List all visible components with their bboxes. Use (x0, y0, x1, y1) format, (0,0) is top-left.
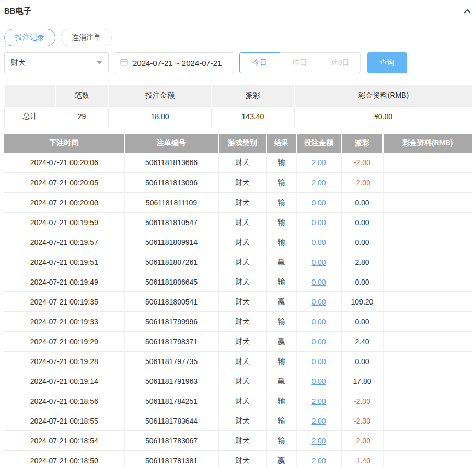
collapse-panel-button[interactable] (462, 7, 472, 16)
records-tbody: 2024-07-21 00:20:065061181813666财犬输2.00-… (4, 153, 472, 467)
table-row: 2024-07-21 00:19:285061181797735财犬输0.000… (4, 352, 472, 371)
cell-bonus (383, 352, 472, 371)
table-row: 2024-07-21 00:19:495061181806645财犬输0.000… (4, 272, 472, 292)
cell-bonus (383, 213, 472, 232)
search-button[interactable]: 查询 (367, 52, 407, 73)
cell-order-id: 5061181800541 (124, 292, 218, 312)
cell-result: 赢 (266, 252, 296, 272)
cell-result: 输 (266, 232, 296, 252)
cell-bet-amount: 2.00 (296, 411, 341, 431)
cell-bet-amount: 0.00 (296, 232, 341, 252)
cell-bet-amount: 2.00 (296, 153, 341, 173)
cell-bet-time: 2024-07-21 00:19:49 (4, 272, 124, 292)
bet-amount-link[interactable]: 0.00 (311, 337, 326, 346)
bet-amount-link[interactable]: 2.00 (311, 417, 326, 425)
cell-payout: 0.00 (341, 272, 383, 292)
cell-result: 赢 (266, 371, 296, 391)
cell-bonus (383, 312, 472, 332)
cell-result: 输 (266, 213, 296, 232)
bet-amount-link[interactable]: 0.00 (311, 218, 326, 227)
bet-amount-link[interactable]: 2.00 (311, 457, 326, 465)
cell-payout: 2.80 (341, 252, 383, 272)
table-row: 2024-07-21 00:19:335061181799996财犬输0.000… (4, 312, 472, 332)
cell-payout: 0.00 (341, 352, 383, 371)
cell-game-type: 财犬 (218, 153, 266, 173)
cell-order-id: 5061181813096 (124, 173, 218, 193)
filter-bar: 财犬 2024-07-21 ~ 2024-07-21 今日 昨日 近8日 查询 (4, 52, 472, 73)
bet-amount-link[interactable]: 0.00 (311, 377, 326, 386)
cell-bet-time: 2024-07-21 00:19:59 (4, 213, 124, 232)
date-range-input[interactable]: 2024-07-21 ~ 2024-07-21 (114, 52, 234, 73)
bet-amount-link[interactable]: 2.00 (311, 437, 326, 445)
chevron-up-icon (462, 7, 472, 16)
cell-result: 输 (266, 352, 296, 371)
tab-betting-records[interactable]: 投注记录 (4, 29, 55, 46)
cell-result: 输 (266, 173, 296, 193)
cell-payout: 0.00 (341, 193, 383, 213)
cell-bet-amount: 0.00 (296, 193, 341, 213)
cell-bonus (383, 411, 472, 431)
quick-button-last-8-days[interactable]: 近8日 (320, 52, 361, 73)
bet-amount-link[interactable]: 2.00 (311, 158, 326, 167)
cell-result: 赢 (266, 332, 296, 352)
cell-bonus (383, 431, 472, 451)
cell-bet-time: 2024-07-21 00:18:54 (4, 431, 124, 451)
cell-game-type: 财犬 (218, 213, 266, 232)
cell-result: 输 (266, 312, 296, 332)
table-row: 2024-07-21 00:18:505061181781381财犬赢2.00-… (4, 451, 472, 467)
tab-cancelled-orders[interactable]: 连消注单 (61, 29, 112, 46)
table-row: 2024-07-21 00:18:565061181784251财犬输2.00-… (4, 391, 472, 411)
cell-game-type: 财犬 (218, 431, 266, 451)
summary-header-bonus: 彩金资料(RMB) (295, 85, 472, 106)
bet-amount-link[interactable]: 0.00 (311, 238, 326, 247)
quick-button-yesterday[interactable]: 昨日 (280, 52, 320, 73)
cell-result: 输 (266, 431, 296, 451)
bet-amount-link[interactable]: 2.00 (311, 397, 326, 405)
summary-total-row: 总计 29 18.00 143.40 ¥0.00 (5, 106, 472, 127)
table-row: 2024-07-21 00:19:515061181807261财犬赢0.002… (4, 252, 472, 272)
cell-payout: 109.20 (341, 292, 383, 312)
cell-order-id: 5061181810547 (124, 213, 218, 232)
cell-bet-time: 2024-07-21 00:19:57 (4, 232, 124, 252)
cell-bonus (383, 272, 472, 292)
cell-bet-amount: 2.00 (296, 431, 341, 451)
bet-amount-link[interactable]: 0.00 (311, 298, 326, 306)
cell-result: 赢 (266, 292, 296, 312)
records-table: 下注时间 注单编号 游戏类别 结果 投注金额 派彩 彩金资料(RMB) 2024… (4, 134, 472, 467)
cell-payout: 0.00 (341, 312, 383, 332)
cell-bet-amount: 0.00 (296, 371, 341, 391)
summary-total-count: 29 (55, 106, 109, 127)
bet-amount-link[interactable]: 0.00 (311, 199, 326, 207)
cell-bonus (383, 292, 472, 312)
cell-bonus (383, 153, 472, 173)
bet-amount-link[interactable]: 2.00 (311, 179, 326, 187)
cell-payout: -2.00 (341, 411, 383, 431)
cell-order-id: 5061181798371 (124, 332, 218, 352)
cell-bet-amount: 2.00 (296, 391, 341, 411)
cell-bet-time: 2024-07-21 00:19:28 (4, 352, 124, 371)
cell-order-id: 5061181811109 (124, 193, 218, 213)
cell-payout: -2.00 (341, 173, 383, 193)
bet-amount-link[interactable]: 0.00 (311, 258, 326, 266)
cell-order-id: 5061181791963 (124, 371, 218, 391)
bet-amount-link[interactable]: 0.00 (311, 357, 326, 366)
cell-order-id: 5061181797735 (124, 352, 218, 371)
table-row: 2024-07-21 00:20:065061181813666财犬输2.00-… (4, 153, 472, 173)
summary-total-label: 总计 (5, 106, 55, 127)
quick-button-today[interactable]: 今日 (239, 52, 280, 73)
cell-bet-time: 2024-07-21 00:18:56 (4, 391, 124, 411)
bet-amount-link[interactable]: 0.00 (311, 318, 326, 326)
bet-amount-link[interactable]: 0.00 (311, 278, 326, 286)
cell-order-id: 5061181799996 (124, 312, 218, 332)
game-select-value: 财犬 (11, 58, 26, 67)
summary-total-bonus: ¥0.00 (295, 106, 472, 127)
calendar-icon (120, 57, 129, 68)
cell-result: 输 (266, 153, 296, 173)
cell-payout: 0.00 (341, 232, 383, 252)
cell-bet-amount: 0.00 (296, 272, 341, 292)
table-row: 2024-07-21 00:18:555061181783644财犬输2.00-… (4, 411, 472, 431)
game-select[interactable]: 财犬 (4, 52, 109, 73)
cell-order-id: 5061181784251 (124, 391, 218, 411)
cell-bet-amount: 0.00 (296, 292, 341, 312)
table-row: 2024-07-21 00:18:545061181783067财犬输2.00-… (4, 431, 472, 451)
